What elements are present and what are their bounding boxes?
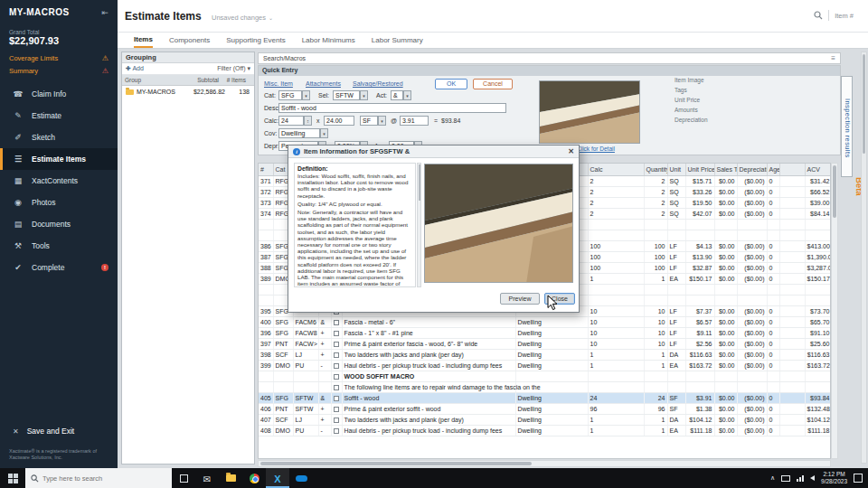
link-salvage-restored[interactable]: Salvage/Restored bbox=[353, 80, 403, 87]
row-checkbox[interactable] bbox=[334, 342, 339, 347]
page-scrollbar[interactable] bbox=[861, 52, 867, 464]
desc-input[interactable]: Soffit - wood bbox=[278, 103, 506, 113]
action-center-icon[interactable] bbox=[854, 474, 863, 483]
row-checkbox[interactable] bbox=[334, 352, 339, 358]
cat-input[interactable]: SFG bbox=[278, 90, 302, 100]
row-checkbox[interactable] bbox=[334, 320, 339, 325]
cancel-button[interactable]: Cancel bbox=[473, 79, 513, 89]
sidebar-item-documents[interactable]: ▤Documents bbox=[0, 213, 118, 235]
taskbar-search[interactable] bbox=[25, 468, 172, 488]
table-row[interactable]: 405SFGSFTW&Soffit - woodDwelling2424SF$3… bbox=[259, 392, 831, 403]
quick-entry-title: Quick Entry bbox=[259, 66, 840, 76]
filter-dropdown[interactable]: Filter (Off) ▾ bbox=[217, 65, 250, 72]
table-vertical-scrollbar[interactable] bbox=[831, 163, 838, 459]
save-and-exit-button[interactable]: ✕ Save and Exit bbox=[0, 427, 118, 436]
scrollbar-thumb[interactable] bbox=[260, 462, 532, 465]
scrollbar-thumb[interactable] bbox=[863, 54, 865, 154]
calc-unit-dropdown-icon[interactable]: ▾ bbox=[378, 116, 386, 126]
table-row[interactable]: WOOD SOFFIT MACRO bbox=[259, 371, 831, 381]
sidebar-item-photos[interactable]: ◉Photos bbox=[0, 192, 118, 213]
table-horizontal-scrollbar[interactable] bbox=[258, 460, 831, 467]
file-explorer-icon[interactable] bbox=[219, 468, 242, 488]
tab-components[interactable]: Components bbox=[169, 33, 210, 48]
row-checkbox[interactable] bbox=[334, 331, 339, 336]
click-for-detail-link[interactable]: Click for Detail bbox=[577, 145, 615, 152]
column-header-age: Age bbox=[767, 164, 779, 175]
close-button[interactable]: Close bbox=[544, 293, 575, 305]
taskbar-search-input[interactable] bbox=[42, 474, 151, 483]
table-row[interactable]: 398SCFLJ+Two ladders with jacks and plan… bbox=[259, 349, 831, 360]
table-row[interactable]: 399DMOPU-Haul debris - per pickup truck … bbox=[259, 360, 831, 371]
tab-labor-minimums[interactable]: Labor Minimums bbox=[302, 33, 355, 48]
tab-supporting-events[interactable]: Supporting Events bbox=[226, 33, 285, 48]
sidebar-item-coverage-limits[interactable]: Coverage Limits ⚠ bbox=[0, 52, 118, 63]
preview-button[interactable]: Preview bbox=[500, 293, 540, 305]
act-input[interactable]: & bbox=[391, 90, 403, 100]
ok-button[interactable]: OK bbox=[435, 79, 467, 89]
row-checkbox[interactable] bbox=[334, 428, 339, 434]
table-row[interactable]: 406PNTSFTW+Prime & paint exterior soffit… bbox=[259, 403, 831, 414]
coverage-dropdown-icon[interactable]: ▾ bbox=[320, 128, 328, 138]
link-misc-item[interactable]: Misc. Item bbox=[264, 80, 293, 87]
definition-paragraph: Includes: Wood soffit, soffit, finish na… bbox=[297, 173, 412, 199]
tab-labor-summary[interactable]: Labor Summary bbox=[372, 33, 423, 48]
tab-items[interactable]: Items bbox=[134, 33, 153, 48]
act-dropdown-icon[interactable]: ▾ bbox=[403, 90, 411, 100]
network-icon[interactable] bbox=[797, 475, 804, 482]
sidebar-item-complete[interactable]: ✔Complete! bbox=[0, 257, 118, 278]
calc-qty-input[interactable]: 24 bbox=[278, 116, 304, 126]
mail-icon[interactable] bbox=[195, 468, 219, 488]
sidebar-item-xactcontents[interactable]: ▦XactContents bbox=[0, 170, 118, 192]
scrollbar-thumb[interactable] bbox=[833, 165, 836, 218]
sidebar-item-estimate[interactable]: ✎Estimate bbox=[0, 105, 118, 127]
calc-unit-qty-input[interactable]: 24.00 bbox=[324, 116, 354, 126]
sidebar-item-claim-info[interactable]: ☎Claim Info bbox=[0, 83, 118, 105]
scrollbar-thumb[interactable] bbox=[419, 164, 420, 201]
row-checkbox[interactable] bbox=[334, 396, 339, 401]
sidebar-item-estimate-items[interactable]: ☰Estimate Items bbox=[0, 148, 118, 170]
row-checkbox[interactable] bbox=[334, 363, 339, 369]
calc-qty-spinner[interactable]: ↕ bbox=[304, 116, 312, 126]
sel-dropdown-icon[interactable]: ▾ bbox=[360, 90, 368, 100]
clock[interactable]: 2:12 PM 9/28/2023 bbox=[821, 471, 847, 485]
coverage-select[interactable]: Dwelling bbox=[278, 128, 320, 138]
row-checkbox[interactable] bbox=[334, 374, 339, 380]
table-row[interactable]: 400SFGFACM6&Fascia - metal - 6"Dwelling1… bbox=[259, 316, 831, 327]
volume-icon[interactable] bbox=[810, 475, 815, 481]
table-row[interactable]: 407SCFLJ+Two ladders with jacks and plan… bbox=[259, 414, 831, 425]
calc-price-input[interactable]: 3.91 bbox=[400, 116, 429, 126]
display-icon[interactable] bbox=[781, 475, 790, 482]
sidebar-collapse-icon[interactable]: ⇤ bbox=[101, 8, 108, 17]
table-row[interactable]: 408DMOPU-Haul debris - per pickup truck … bbox=[259, 425, 831, 436]
chrome-icon[interactable] bbox=[242, 468, 266, 488]
row-checkbox[interactable] bbox=[334, 385, 339, 390]
xactimate-icon[interactable] bbox=[266, 468, 289, 488]
row-checkbox[interactable] bbox=[334, 418, 339, 423]
onedrive-icon[interactable] bbox=[289, 468, 313, 488]
unsaved-changes-dropdown[interactable]: Unsaved changes⌄ bbox=[212, 14, 273, 22]
group-row[interactable]: MY-MACROS $22,586.82 138 bbox=[122, 86, 254, 98]
link-attachments[interactable]: Attachments bbox=[306, 80, 341, 87]
row-checkbox[interactable] bbox=[334, 407, 339, 412]
sidebar-item-tools[interactable]: ⚒Tools bbox=[0, 235, 118, 257]
tray-expand-icon[interactable]: ∧ bbox=[770, 474, 775, 482]
unsaved-changes-label: Unsaved changes bbox=[212, 14, 266, 22]
add-group-button[interactable]: ✚ Add bbox=[126, 65, 144, 72]
table-row[interactable]: 396SFGFACW8+Fascia - 1" x 8" - #1 pineDw… bbox=[259, 327, 831, 338]
dialog-close-icon[interactable]: ✕ bbox=[568, 147, 574, 155]
sel-input[interactable]: SFTW bbox=[333, 90, 360, 100]
cat-dropdown-icon[interactable]: ▾ bbox=[302, 90, 310, 100]
table-row[interactable]: The following line items are to repair w… bbox=[259, 381, 831, 392]
dialog-titlebar[interactable]: i Item Information for SFGSFTW & ✕ bbox=[288, 145, 579, 158]
item-image-thumbnail[interactable] bbox=[539, 80, 640, 144]
start-button[interactable] bbox=[0, 468, 25, 488]
table-row[interactable]: 397PNTFACW>+Prime & paint exterior fasci… bbox=[259, 338, 831, 349]
inspection-results-tab[interactable]: Inspection results bbox=[841, 76, 853, 177]
task-view-icon[interactable] bbox=[172, 468, 195, 488]
search-macros-bar[interactable]: Search/Macros ≡ bbox=[258, 52, 841, 64]
search-icon[interactable] bbox=[814, 11, 823, 20]
definition-scrollbar[interactable] bbox=[417, 163, 421, 287]
calc-unit-select[interactable]: SF bbox=[360, 116, 378, 126]
sidebar-item-summary[interactable]: Summary ⚠ bbox=[0, 65, 118, 76]
sidebar-item-sketch[interactable]: ✐Sketch bbox=[0, 127, 118, 148]
